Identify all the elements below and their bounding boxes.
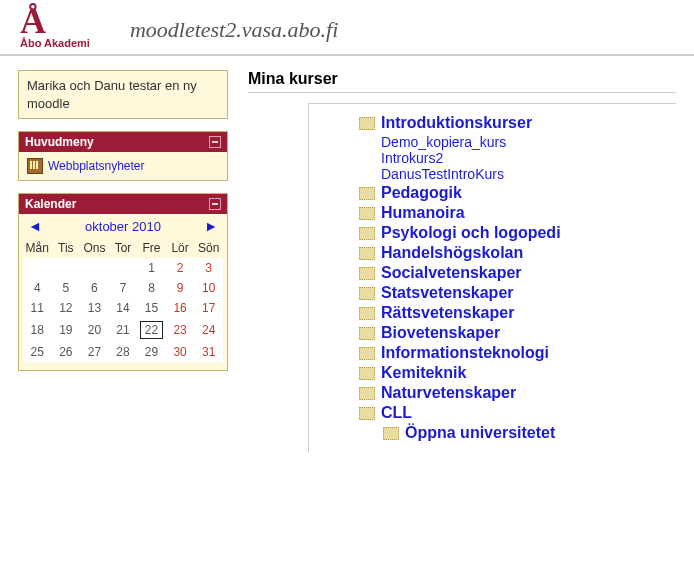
calendar-day[interactable]: 21 (109, 318, 138, 342)
calendar-day (52, 258, 81, 278)
calendar-weekday: Fre (137, 238, 166, 258)
calendar-day[interactable]: 6 (80, 278, 109, 298)
calendar-day[interactable]: 2 (166, 258, 195, 278)
category-link[interactable]: Statsvetenskaper (381, 284, 514, 302)
calendar-day[interactable]: 29 (137, 342, 166, 362)
main-content: Mina kurser IntroduktionskurserDemo_kopi… (248, 70, 676, 452)
calendar-day[interactable]: 4 (23, 278, 52, 298)
page-title: Mina kurser (248, 70, 676, 93)
category-link[interactable]: Informationsteknologi (381, 344, 549, 362)
mainmenu-header: Huvudmeny (19, 132, 227, 152)
category-link[interactable]: Rättsvetenskaper (381, 304, 514, 322)
site-title: moodletest2.vasa.abo.fi (130, 17, 338, 49)
folder-icon (359, 387, 375, 400)
category-link[interactable]: Psykologi och logopedi (381, 224, 561, 242)
calendar-day[interactable]: 5 (52, 278, 81, 298)
subcategory-link[interactable]: Öppna universitetet (405, 424, 555, 442)
calendar-header: Kalender (19, 194, 227, 214)
folder-icon (359, 117, 375, 130)
mainmenu-title: Huvudmeny (25, 135, 94, 149)
calendar-day[interactable]: 28 (109, 342, 138, 362)
forum-icon (27, 158, 43, 174)
course-tree: IntroduktionskurserDemo_kopiera_kursIntr… (308, 103, 676, 452)
logo-text: Åbo Akademi (20, 37, 90, 49)
folder-icon (359, 347, 375, 360)
collapse-icon[interactable] (209, 198, 221, 210)
calendar-weekday: Tor (109, 238, 138, 258)
notice-block: Marika och Danu testar en ny moodle (18, 70, 228, 119)
calendar-day (80, 258, 109, 278)
course-link[interactable]: DanusTestIntroKurs (381, 166, 504, 182)
calendar-day[interactable]: 10 (194, 278, 223, 298)
calendar-table: MånTisOnsTorFreLörSön 123456789101112131… (23, 238, 223, 362)
mainmenu-block: Huvudmeny Webbplatsnyheter (18, 131, 228, 181)
calendar-day (109, 258, 138, 278)
calendar-day[interactable]: 25 (23, 342, 52, 362)
calendar-day[interactable]: 17 (194, 298, 223, 318)
calendar-day[interactable]: 1 (137, 258, 166, 278)
logo-letter: Å (20, 5, 90, 37)
folder-icon (359, 187, 375, 200)
folder-icon (359, 247, 375, 260)
calendar-day[interactable]: 18 (23, 318, 52, 342)
category-link[interactable]: Pedagogik (381, 184, 462, 202)
calendar-day[interactable]: 20 (80, 318, 109, 342)
category-link[interactable]: CLL (381, 404, 412, 422)
calendar-day[interactable]: 15 (137, 298, 166, 318)
calendar-day[interactable]: 8 (137, 278, 166, 298)
calendar-day[interactable]: 11 (23, 298, 52, 318)
calendar-day[interactable]: 24 (194, 318, 223, 342)
folder-icon (359, 327, 375, 340)
calendar-day[interactable]: 16 (166, 298, 195, 318)
category-link[interactable]: Socialvetenskaper (381, 264, 522, 282)
calendar-weekday: Mån (23, 238, 52, 258)
category-link[interactable]: Naturvetenskaper (381, 384, 516, 402)
calendar-weekday: Sön (194, 238, 223, 258)
calendar-day (23, 258, 52, 278)
folder-icon (359, 287, 375, 300)
calendar-day[interactable]: 30 (166, 342, 195, 362)
calendar-next-icon[interactable]: ► (201, 218, 221, 234)
category-link[interactable]: Handelshögskolan (381, 244, 523, 262)
calendar-prev-icon[interactable]: ◄ (25, 218, 45, 234)
calendar-weekday: Lör (166, 238, 195, 258)
folder-icon (359, 307, 375, 320)
course-link[interactable]: Demo_kopiera_kurs (381, 134, 506, 150)
calendar-day[interactable]: 27 (80, 342, 109, 362)
course-link[interactable]: Introkurs2 (381, 150, 443, 166)
folder-icon (383, 427, 399, 440)
calendar-weekday: Ons (80, 238, 109, 258)
calendar-day[interactable]: 7 (109, 278, 138, 298)
calendar-block: Kalender ◄ oktober 2010 ► MånTisOnsTorFr… (18, 193, 228, 371)
calendar-day[interactable]: 19 (52, 318, 81, 342)
calendar-month-link[interactable]: oktober 2010 (85, 219, 161, 234)
folder-icon (359, 207, 375, 220)
calendar-day[interactable]: 23 (166, 318, 195, 342)
site-header: Å Åbo Akademi moodletest2.vasa.abo.fi (0, 0, 694, 56)
notice-text: Marika och Danu testar en ny moodle (19, 71, 227, 118)
folder-icon (359, 267, 375, 280)
calendar-day[interactable]: 9 (166, 278, 195, 298)
calendar-weekday: Tis (52, 238, 81, 258)
calendar-day[interactable]: 31 (194, 342, 223, 362)
category-link[interactable]: Biovetenskaper (381, 324, 500, 342)
calendar-day[interactable]: 3 (194, 258, 223, 278)
folder-icon (359, 227, 375, 240)
folder-icon (359, 367, 375, 380)
site-logo: Å Åbo Akademi (20, 5, 90, 49)
calendar-day[interactable]: 13 (80, 298, 109, 318)
category-link[interactable]: Introduktionskurser (381, 114, 532, 132)
calendar-day[interactable]: 22 (137, 318, 166, 342)
calendar-day[interactable]: 14 (109, 298, 138, 318)
category-link[interactable]: Humanoira (381, 204, 465, 222)
collapse-icon[interactable] (209, 136, 221, 148)
calendar-day[interactable]: 12 (52, 298, 81, 318)
sidebar: Marika och Danu testar en ny moodle Huvu… (18, 70, 228, 383)
calendar-title: Kalender (25, 197, 76, 211)
calendar-day[interactable]: 26 (52, 342, 81, 362)
category-link[interactable]: Kemiteknik (381, 364, 466, 382)
sitenews-link[interactable]: Webbplatsnyheter (48, 159, 145, 173)
folder-icon (359, 407, 375, 420)
